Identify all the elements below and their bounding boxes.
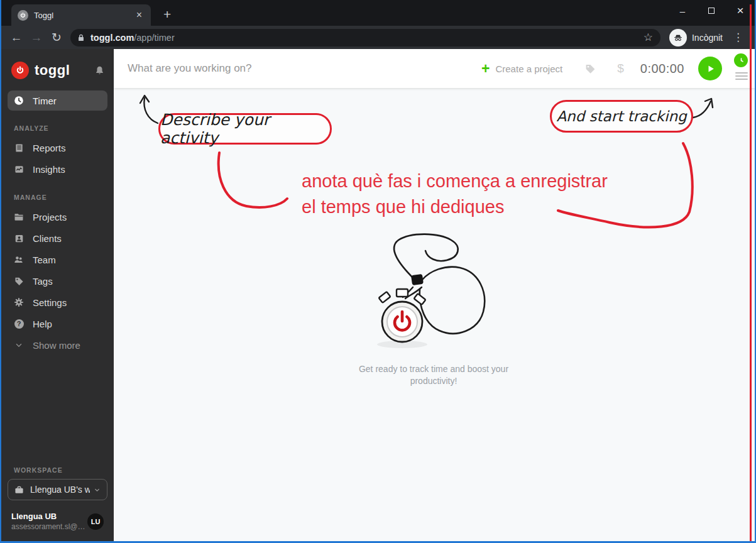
task-description-input[interactable]: [126, 62, 481, 75]
red-edge-annotation-line: [750, 4, 752, 543]
browser-tab[interactable]: Toggl ×: [11, 4, 151, 26]
catalan-annotation-text: anota què fas i comença a enregistrar el…: [302, 168, 608, 220]
timer-page-content: Describe your activity And start trackin…: [114, 88, 755, 541]
timer-clock-icon: [14, 96, 24, 106]
lock-icon: [77, 33, 85, 42]
url-text: toggl.com/app/timer: [90, 33, 175, 43]
billable-button[interactable]: $: [617, 62, 624, 75]
sidebar-item-team[interactable]: Team: [1, 249, 114, 270]
sidebar-item-timer[interactable]: Timer: [8, 90, 107, 111]
address-bar[interactable]: toggl.com/app/timer ☆: [70, 29, 660, 47]
maximize-icon: [708, 8, 715, 14]
toggl-button-clock-icon[interactable]: [734, 53, 748, 67]
incognito-label: Incògnit: [692, 33, 723, 43]
forward-button[interactable]: →: [26, 31, 47, 45]
tab-strip: Toggl × + – ×: [1, 0, 755, 26]
tab-close-icon[interactable]: ×: [134, 9, 145, 21]
start-timer-button[interactable]: [698, 57, 722, 80]
sidebar-item-insights[interactable]: Insights: [1, 158, 114, 180]
minimize-button[interactable]: –: [668, 0, 697, 21]
sidebar-item-clients[interactable]: Clients: [1, 228, 114, 249]
sidebar-item-reports[interactable]: Reports: [1, 137, 114, 158]
sidebar-item-settings[interactable]: Settings: [1, 292, 114, 313]
back-button[interactable]: ←: [6, 31, 26, 45]
incognito-icon: [669, 29, 687, 47]
toggl-logo-icon[interactable]: [11, 62, 29, 79]
workspace-selector[interactable]: Llengua UB's w…: [8, 479, 107, 500]
projects-folder-icon: [14, 212, 24, 222]
browser-toolbar: ← → ↻ toggl.com/app/timer ☆: [1, 26, 755, 49]
window-controls: – ×: [668, 0, 755, 21]
callout-describe-activity: Describe your activity: [158, 113, 332, 145]
reports-icon: [14, 143, 24, 153]
user-name: Llengua UB: [11, 512, 87, 521]
tab-title: Toggl: [34, 11, 134, 20]
sidebar-item-help[interactable]: ? Help: [1, 313, 114, 334]
new-tab-button[interactable]: +: [160, 7, 175, 22]
user-email: assessorament.sl@…: [11, 522, 87, 531]
briefcase-icon: [14, 485, 24, 495]
bookmark-star-icon[interactable]: ☆: [644, 31, 653, 44]
tag-icon: [14, 276, 24, 286]
team-icon: [14, 255, 24, 265]
clients-icon: [14, 233, 24, 243]
section-workspace: WORKSPACE: [14, 466, 114, 474]
browser-menu-icon[interactable]: ⋮: [726, 31, 750, 44]
gear-icon: [14, 297, 24, 307]
chevron-down-icon: [94, 486, 101, 493]
incognito-badge: Incògnit: [669, 29, 723, 47]
sidebar-item-projects[interactable]: Projects: [1, 206, 114, 228]
timer-display[interactable]: 0:00:00: [640, 62, 684, 76]
sidebar: toggl Timer ANALYZE Reports: [1, 49, 114, 541]
browser-window: Toggl × + – × ← → ↻ toggl.com/app/timer …: [0, 0, 756, 543]
tags-button[interactable]: [585, 63, 596, 74]
callout-start-tracking: And start tracking: [550, 100, 693, 133]
avatar[interactable]: LU: [87, 513, 104, 530]
chevron-down-icon: [14, 340, 24, 350]
create-project-button[interactable]: + Create a project: [481, 62, 562, 76]
toggl-favicon-icon: [18, 10, 28, 21]
insights-icon: [14, 164, 24, 174]
maximize-button[interactable]: [697, 0, 726, 21]
section-analyze: ANALYZE: [14, 124, 114, 132]
play-icon: [706, 64, 715, 74]
sidebar-item-tags[interactable]: Tags: [1, 270, 114, 292]
stopwatch-illustration: [352, 229, 528, 361]
help-icon: ?: [14, 319, 24, 329]
timer-menu-icon[interactable]: [735, 70, 748, 82]
user-profile[interactable]: Llengua UB assessorament.sl@… LU: [11, 512, 104, 531]
reload-button[interactable]: ↻: [47, 30, 67, 45]
sidebar-show-more[interactable]: Show more: [1, 334, 114, 356]
plus-icon: +: [481, 62, 490, 76]
section-manage: MANAGE: [14, 194, 114, 201]
empty-state-caption: Get ready to track time and boost your p…: [339, 363, 528, 387]
toggl-wordmark[interactable]: toggl: [35, 62, 94, 79]
notifications-bell-icon[interactable]: [94, 65, 105, 76]
workspace-name: Llengua UB's w…: [30, 485, 90, 495]
timer-topbar: + Create a project $ 0:00:00: [114, 49, 755, 88]
